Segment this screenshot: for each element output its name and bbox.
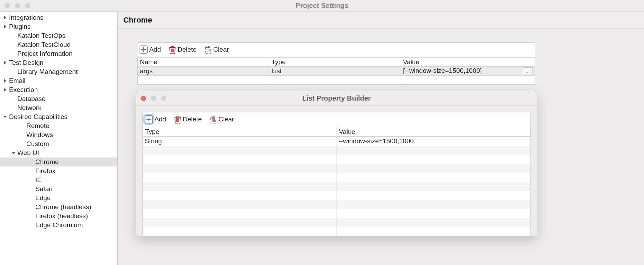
dialog-title: List Property Builder [136, 94, 537, 102]
tree-item[interactable]: Remote [0, 121, 117, 130]
trash-icon [169, 45, 176, 54]
tree-item[interactable]: Windows [0, 130, 117, 139]
tree-item[interactable]: Desired Capabilities [0, 112, 117, 121]
plus-icon [145, 115, 153, 123]
tree-item[interactable]: Chrome [0, 157, 117, 166]
tree-item-label: Plugins [9, 23, 30, 31]
clear-button[interactable]: Clear [204, 45, 229, 54]
list-property-builder-dialog: List Property Builder Add Delete [136, 91, 537, 237]
zoom-icon[interactable] [161, 96, 166, 101]
tree-item-label: Library Management [17, 68, 78, 76]
disclosure-spacer [10, 69, 17, 75]
tree-item[interactable]: Web UI [0, 148, 117, 157]
dialog-traffic-lights [141, 96, 166, 101]
tree-item-label: Database [17, 95, 45, 103]
clear-icon [204, 45, 212, 54]
delete-button[interactable]: Delete [169, 45, 197, 54]
add-button[interactable]: Add [145, 115, 166, 123]
tree-item-label: Edge Chromium [35, 221, 83, 229]
disclosure-down-icon[interactable] [2, 114, 8, 120]
cell-type[interactable]: String [143, 137, 337, 145]
disclosure-right-icon[interactable] [2, 78, 8, 84]
tree-item[interactable]: Test Design [0, 58, 117, 67]
cell-value[interactable]: --window-size=1500,1000 [337, 137, 530, 145]
clear-button[interactable]: Clear [209, 115, 234, 123]
tree-item[interactable]: Custom [0, 139, 117, 148]
col-name[interactable]: Name [138, 58, 269, 67]
cell-type[interactable]: List [269, 67, 401, 76]
tree-item-label: Test Design [9, 59, 43, 67]
tree-item[interactable]: Katalon TestCloud [0, 40, 117, 49]
cell-value[interactable]: [--window-size=1500,1000] ... [401, 67, 535, 76]
capabilities-card: Add Delete Clear [137, 42, 535, 85]
tree-item-label: Network [17, 104, 42, 112]
tree-item[interactable]: IE [0, 176, 117, 185]
tree-item-label: Web UI [17, 149, 39, 157]
clear-icon [209, 115, 217, 123]
disclosure-down-icon[interactable] [10, 150, 17, 156]
tree-item[interactable]: Chrome (headless) [0, 203, 117, 212]
col-type[interactable]: Type [269, 58, 401, 67]
col-type[interactable]: Type [143, 127, 337, 136]
delete-label: Delete [183, 116, 202, 123]
tree-item[interactable]: Network [0, 103, 117, 112]
zoom-icon[interactable] [25, 3, 30, 8]
delete-button[interactable]: Delete [174, 115, 202, 123]
disclosure-right-icon[interactable] [2, 24, 8, 30]
tree-item[interactable]: Edge Chromium [0, 221, 117, 230]
tree-item[interactable]: Integrations [0, 13, 117, 22]
tree-item[interactable]: Firefox [0, 166, 117, 176]
tree-item[interactable]: Katalon TestOps [0, 31, 117, 40]
trash-icon [174, 115, 181, 123]
col-value[interactable]: Value [337, 127, 530, 136]
capabilities-table: Name Type Value args List [--window-size… [137, 57, 535, 85]
disclosure-spacer [28, 222, 35, 228]
disclosure-spacer [28, 177, 35, 183]
disclosure-spacer [10, 105, 17, 111]
tree-item[interactable]: Project Information [0, 49, 117, 58]
tree-item-label: Windows [26, 131, 53, 139]
disclosure-spacer [28, 168, 35, 174]
tree-item[interactable]: Database [0, 94, 117, 103]
disclosure-spacer [28, 195, 35, 201]
settings-tree: IntegrationsPluginsKatalon TestOpsKatalo… [0, 12, 118, 265]
col-value[interactable]: Value [401, 58, 535, 67]
disclosure-right-icon[interactable] [2, 15, 8, 21]
disclosure-spacer [19, 123, 26, 129]
minimize-icon[interactable] [15, 3, 20, 8]
add-label: Add [149, 46, 161, 53]
tree-item[interactable]: Edge [0, 194, 117, 203]
tree-item[interactable]: Plugins [0, 22, 117, 31]
disclosure-spacer [10, 33, 17, 39]
tree-item-label: Chrome [35, 158, 59, 166]
tree-item-label: IE [35, 176, 42, 184]
window-title: Project Settings [0, 2, 644, 10]
tree-item[interactable]: Execution [0, 85, 117, 94]
add-button[interactable]: Add [140, 45, 161, 54]
tree-item[interactable]: Email [0, 76, 117, 85]
table-row-empty [138, 76, 535, 85]
plus-icon [140, 45, 148, 54]
minimize-icon[interactable] [151, 96, 156, 101]
disclosure-spacer [10, 51, 17, 57]
close-icon[interactable] [5, 3, 10, 8]
dialog-table-body[interactable]: String --window-size=1500,1000 [143, 136, 530, 236]
dialog-card: Add Delete Clear Ty [142, 112, 531, 236]
add-label: Add [154, 116, 166, 123]
disclosure-right-icon[interactable] [2, 87, 8, 93]
tree-item-label: Chrome (headless) [35, 203, 91, 211]
tree-item-label: Email [9, 77, 26, 85]
tree-item[interactable]: Library Management [0, 67, 117, 76]
main-window-titlebar: Project Settings [0, 0, 644, 12]
edit-list-button[interactable]: ... [523, 67, 533, 75]
close-icon[interactable] [141, 96, 146, 101]
cell-value-text: [--window-size=1500,1000] [403, 67, 482, 74]
tree-item-label: Custom [26, 140, 49, 148]
tree-item[interactable]: Safari [0, 185, 117, 194]
table-row[interactable]: args List [--window-size=1500,1000] ... [138, 67, 535, 76]
cell-name[interactable]: args [138, 67, 269, 76]
tree-item[interactable]: Firefox (headless) [0, 212, 117, 221]
disclosure-spacer [19, 132, 26, 138]
disclosure-spacer [28, 204, 35, 210]
disclosure-right-icon[interactable] [2, 60, 8, 66]
